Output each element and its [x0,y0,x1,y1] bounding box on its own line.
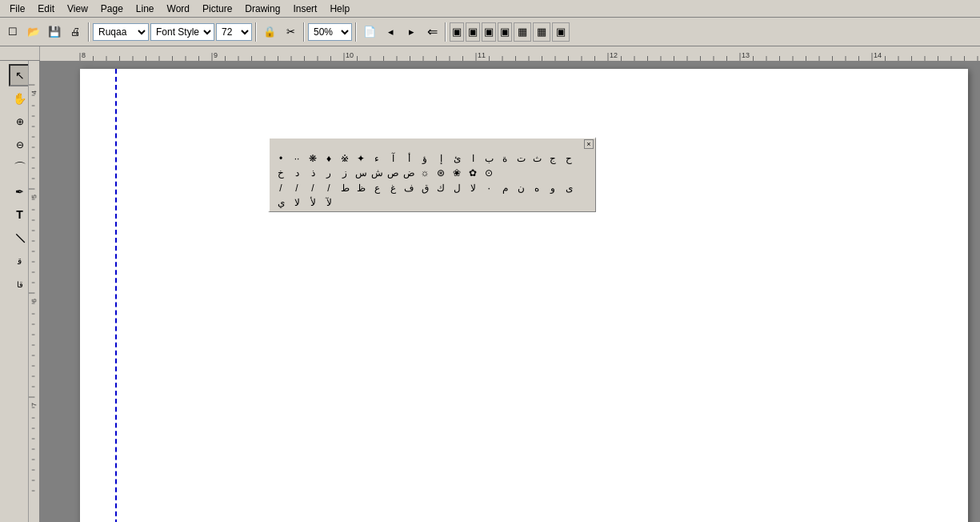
palette-char-cell[interactable]: ى [561,181,577,195]
separator-3 [303,22,305,42]
palette-char-cell[interactable]: خ [273,166,289,180]
palette-char-cell[interactable]: لا [465,181,481,195]
page-view-button[interactable]: 📄 [360,22,379,42]
layout-5[interactable]: ▦ [514,22,531,42]
palette-char-cell[interactable]: ء [369,151,385,166]
palette-char-cell[interactable]: ر [321,166,337,180]
palette-char-cell[interactable]: ﻵ [321,195,337,210]
palette-char-cell[interactable]: د [289,166,305,180]
palette-char-cell[interactable]: ⊙ [481,166,497,180]
palette-char-cell[interactable]: ج [545,151,561,166]
palette-char-cell[interactable]: / [305,181,321,195]
palette-char-cell[interactable]: ز [337,166,353,180]
main-area: ↖ ✋ ⊕ ⊖ ⌒ ✒ T | ﻗ ﻗﺎ محمد رمضان × •··❋♦※… [0,61,980,522]
palette-char-cell[interactable]: ﻻ [289,195,305,210]
menu-file[interactable]: File [3,2,31,16]
rtl-button[interactable]: ⇐ [422,22,442,42]
canvas-area: محمد رمضان × •··❋♦※✦ءآأؤإئابةتثجحخدذرزسش… [40,61,980,522]
nav-left-button[interactable]: ◂ [381,22,400,42]
palette-char-cell[interactable]: ·· [289,151,305,166]
zoom-dropdown[interactable]: 50% 25%75%100%150% [308,23,352,41]
menu-help[interactable]: Help [323,2,356,16]
menu-drawing[interactable]: Drawing [238,2,286,16]
menu-line[interactable]: Line [130,2,161,16]
palette-char-cell[interactable]: و [545,181,561,195]
layout-7[interactable]: ▣ [552,22,570,42]
print-button[interactable]: 🖨 [66,22,85,42]
palette-char-cell[interactable]: ك [433,181,449,195]
palette-char-cell[interactable]: إ [433,151,449,166]
nav-right-button[interactable]: ▸ [402,22,421,42]
layout-4[interactable]: ▣ [498,22,512,42]
palette-char-cell[interactable]: ف [401,181,417,195]
arabic-calligraphy-text[interactable]: محمد رمضان [80,460,968,522]
palette-char-cell[interactable]: ظ [353,181,369,195]
font-size-dropdown[interactable]: 72 121824364896 [216,23,252,41]
menu-edit[interactable]: Edit [31,2,61,16]
palette-char-cell[interactable]: ث [529,151,545,166]
menu-picture[interactable]: Picture [196,2,238,16]
palette-char-cell[interactable]: ض [401,166,417,180]
scissors-button[interactable]: ✂ [281,22,300,42]
palette-char-cell[interactable]: ﻷ [305,195,321,210]
open-button[interactable]: 📂 [24,22,43,42]
palette-char-cell[interactable]: ؤ [417,151,433,166]
palette-row-2: ////طظعغفقكللا٠منهوىيﻻﻷﻵ [273,181,592,210]
layout-2[interactable]: ▣ [466,22,480,42]
layout-1[interactable]: ▣ [450,22,464,42]
palette-char-cell[interactable]: / [273,181,289,195]
palette-char-cell[interactable]: ذ [305,166,321,180]
palette-char-cell[interactable]: ص [385,166,401,180]
palette-char-cell[interactable]: آ [385,151,401,166]
palette-char-cell[interactable]: ٠ [481,181,497,195]
palette-char-cell[interactable]: ح [561,151,577,166]
palette-char-cell[interactable]: م [497,181,513,195]
font-style-dropdown[interactable]: Font Style Regular Bold Italic [150,23,214,41]
lock-button[interactable]: 🔒 [260,22,279,42]
palette-char-cell[interactable]: ♦ [321,151,337,166]
menu-word[interactable]: Word [161,2,196,16]
palette-char-cell[interactable]: ✦ [353,151,369,166]
palette-char-cell[interactable]: ن [513,181,529,195]
palette-char-cell[interactable]: / [289,181,305,195]
palette-char-cell[interactable]: ❋ [305,151,321,166]
palette-char-cell[interactable]: ط [337,181,353,195]
character-palette: × •··❋♦※✦ءآأؤإئابةتثجحخدذرزسشصض☼⊛❀✿⊙ ///… [268,137,596,212]
horizontal-ruler [40,46,980,61]
palette-char-cell[interactable]: غ [385,181,401,195]
save-button[interactable]: 💾 [45,22,64,42]
palette-char-cell[interactable]: ه [529,181,545,195]
vertical-ruler [28,61,39,522]
layout-3[interactable]: ▣ [482,22,496,42]
palette-char-cell[interactable]: • [273,151,289,166]
menu-view[interactable]: View [61,2,94,16]
palette-char-cell[interactable]: ب [481,151,497,166]
separator-2 [255,22,257,42]
palette-char-cell[interactable]: ش [369,166,385,180]
palette-char-cell[interactable]: ⊛ [433,166,449,180]
palette-char-cell[interactable]: ❀ [449,166,465,180]
palette-char-cell[interactable]: س [353,166,369,180]
palette-char-cell[interactable]: ت [513,151,529,166]
palette-char-cell[interactable]: ☼ [417,166,433,180]
palette-char-cell[interactable]: ع [369,181,385,195]
font-name-dropdown[interactable]: Ruqaa Naskh Thuluth Diwani [93,23,149,41]
separator-5 [445,22,446,42]
palette-char-cell[interactable]: ※ [337,151,353,166]
new-button[interactable]: ☐ [3,22,22,42]
palette-char-cell[interactable]: أ [401,151,417,166]
palette-row-1: •··❋♦※✦ءآأؤإئابةتثجحخدذرزسشصض☼⊛❀✿⊙ [273,151,592,180]
layout-6[interactable]: ▦ [533,22,550,42]
palette-titlebar: × [270,139,595,150]
menu-page[interactable]: Page [94,2,130,16]
palette-char-cell[interactable]: ا [465,151,481,166]
palette-char-cell[interactable]: ل [449,181,465,195]
palette-char-cell[interactable]: / [321,181,337,195]
palette-close-button[interactable]: × [584,139,594,149]
palette-char-cell[interactable]: ئ [449,151,465,166]
menu-insert[interactable]: Insert [286,2,323,16]
palette-char-cell[interactable]: ✿ [465,166,481,180]
palette-char-cell[interactable]: ق [417,181,433,195]
palette-char-cell[interactable]: ة [497,151,513,166]
palette-char-cell[interactable]: ي [273,195,289,210]
